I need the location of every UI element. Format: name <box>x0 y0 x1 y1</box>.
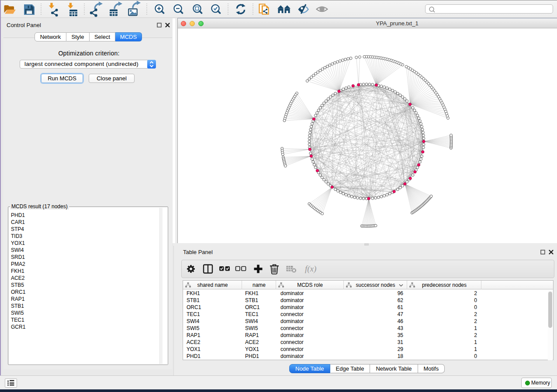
svg-text:f(x): f(x) <box>305 264 316 274</box>
